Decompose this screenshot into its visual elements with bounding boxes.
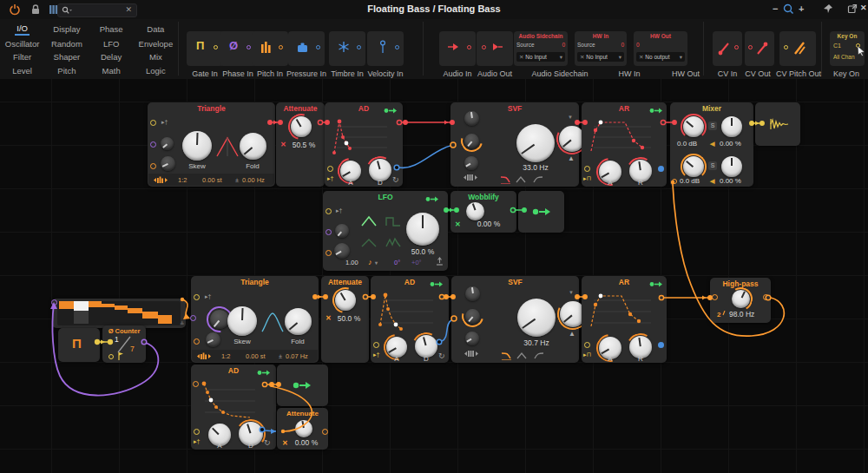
palette-cv-out[interactable] [745, 31, 774, 66]
skew-knob[interactable] [182, 131, 212, 161]
phase-in-port[interactable] [326, 229, 332, 235]
tab-filter[interactable]: Filter [11, 51, 33, 62]
module-counter[interactable]: Ø Counter 1 7 [102, 325, 146, 363]
tab-level[interactable]: Level [10, 65, 34, 76]
tab-oscillator[interactable]: Oscillator [3, 38, 42, 49]
drive-knob[interactable] [464, 111, 479, 126]
pitch-in-port[interactable] [194, 338, 200, 345]
module-svf-1[interactable]: SVF 33.0 Hz ▼ ▲ [450, 102, 579, 187]
fold-knob[interactable] [240, 133, 266, 160]
pitch-knob[interactable] [161, 156, 175, 171]
envelope-graph[interactable] [587, 116, 656, 158]
module-modulator-out-2[interactable] [277, 365, 328, 406]
tab-lfo[interactable]: LFO [102, 38, 121, 49]
speaker-icon[interactable]: ◀ [710, 178, 714, 185]
cutoff-knob[interactable] [517, 299, 556, 337]
ch1-level-knob[interactable] [683, 116, 704, 137]
ch2-in-port[interactable] [672, 179, 677, 184]
palette-hw-out[interactable]: HW Out 0 ✕ No output▾ [634, 31, 687, 66]
module-lfo[interactable]: LFO ▸† 50.0 % 1.00 ♪ ▾ 0° +0° [323, 191, 448, 271]
semitone-value[interactable]: 0.00 st [246, 352, 266, 360]
ch2-solo-button[interactable]: S [708, 161, 717, 170]
tab-math[interactable]: Math [101, 65, 122, 76]
cutoff-value[interactable]: 98.0 Hz [729, 310, 754, 319]
module-ad-1[interactable]: AD ▸† A D ↻ [325, 102, 403, 187]
rate-in-port[interactable] [326, 250, 332, 256]
amount-value[interactable]: 0.00 % [477, 220, 500, 228]
module-ar-1[interactable]: AR ▸⊓ A R [582, 102, 667, 187]
module-ad-3[interactable]: AD ▸† A D ↻ [191, 365, 276, 450]
ch1-solo-button[interactable]: S [708, 122, 717, 130]
loop-icon[interactable]: ↻ [438, 351, 445, 360]
ch2-pan-value[interactable]: 0.00 % [720, 177, 741, 185]
amount-knob[interactable] [466, 202, 484, 220]
loop-icon[interactable]: ↻ [392, 175, 399, 184]
module-wobblify[interactable]: Wobblify ✕ 0.00 % [450, 191, 516, 233]
source-select[interactable]: ✕ No Input▾ [516, 52, 565, 62]
ratio-value[interactable]: 1:2 [221, 352, 230, 360]
palette-cv-in[interactable] [713, 31, 742, 66]
ch1-level-value[interactable]: 0.0 dB [677, 140, 697, 148]
ratio-value[interactable]: 1:2 [178, 176, 187, 184]
tab-shaper[interactable]: Shaper [52, 51, 82, 62]
out-port[interactable] [322, 429, 328, 435]
module-attenuate-1[interactable]: Attenuate ✕ 50.5 % [276, 102, 325, 187]
phase-knob[interactable] [335, 224, 349, 238]
module-mixer[interactable]: Mixer S 0.0 dB ◀ 0.00 % S 0.0 dB ◀ 0.00 … [670, 102, 753, 187]
module-gate-source[interactable]: Π [58, 328, 100, 362]
mod-out-toggle-icon[interactable] [649, 107, 663, 115]
loop-icon[interactable]: ↻ [264, 438, 271, 447]
counter-denominator[interactable]: 7 [130, 345, 135, 353]
ch2-pan-knob[interactable] [721, 156, 742, 177]
skew-knob[interactable] [227, 306, 257, 336]
close-icon[interactable]: ✕ [860, 3, 867, 12]
bipolar-icon[interactable]: ✕ [455, 220, 461, 228]
palette-pressure-in[interactable] [288, 31, 325, 66]
retrigger-icon[interactable]: ▸† [327, 175, 333, 182]
bipolar-icon[interactable]: ✕ [282, 439, 288, 447]
ch1-pan-knob[interactable] [721, 116, 742, 137]
module-triangle-2[interactable]: Triangle ▸† Skew Fold 1:2 0.00 st ± 0.07… [191, 276, 319, 363]
bipolar-icon[interactable]: ✕ [326, 314, 332, 322]
wave-random-icon[interactable] [385, 236, 401, 247]
phase-in-port[interactable] [190, 315, 196, 321]
retrigger-icon[interactable]: ▸† [161, 119, 168, 126]
wave-square-icon[interactable] [385, 215, 401, 227]
palette-audio-sidechain[interactable]: Audio Sidechain Source0 ✕ No Input▾ [514, 31, 568, 66]
source-select[interactable]: ✕ No Input▾ [577, 52, 624, 62]
wave-triangle2-icon[interactable] [361, 236, 377, 247]
hz-value[interactable]: 0.00 Hz [242, 176, 265, 184]
wave-triangle-icon[interactable] [361, 215, 377, 227]
phase-value[interactable]: 0° [394, 259, 400, 266]
gate-icon[interactable]: ▸⊓ [583, 175, 591, 182]
module-triangle-1[interactable]: Triangle ▸† Skew Fold 1:2 0.00 st ± 0.00… [148, 102, 275, 187]
phase-knob[interactable] [210, 310, 229, 329]
phase-reset-icon[interactable] [436, 257, 444, 266]
tab-pitch[interactable]: Pitch [56, 65, 77, 76]
retrigger-icon[interactable]: ▸† [373, 351, 379, 358]
rate-knob[interactable] [334, 243, 350, 259]
module-audio-out[interactable] [755, 102, 800, 146]
module-attenuate-3[interactable]: Attenuate ✕ 0.00 % [277, 408, 328, 450]
palette-cv-pitch-out[interactable] [779, 31, 816, 66]
cutoff-knob[interactable] [516, 124, 555, 162]
pitch-knob[interactable] [206, 332, 220, 347]
retrigger-icon[interactable]: ▸† [194, 438, 200, 445]
tab-display[interactable]: Display [51, 23, 82, 35]
module-steps[interactable]: ≛ [52, 299, 186, 328]
bipolar-icon[interactable]: ✕ [280, 141, 286, 148]
cutoff-mod-knob[interactable] [464, 134, 479, 148]
note-sync-icon[interactable]: ♪ [368, 258, 372, 266]
pitch-in-port[interactable] [150, 163, 156, 169]
palette-audio-out[interactable] [477, 31, 513, 66]
amount-knob[interactable] [406, 213, 439, 246]
amount-value[interactable]: 0.00 % [295, 438, 318, 447]
gate-in-port[interactable] [150, 120, 156, 126]
module-highpass[interactable]: High-pass 2 98.0 Hz [710, 278, 771, 323]
filter-mode-icons[interactable] [499, 174, 544, 184]
gate-in-port[interactable] [584, 342, 590, 348]
retrigger-icon[interactable]: ▸† [336, 207, 342, 214]
pop-out-icon[interactable] [847, 3, 858, 14]
zoom-in-icon[interactable]: + [799, 3, 804, 14]
palette-phase-in[interactable]: Ø [220, 31, 256, 66]
